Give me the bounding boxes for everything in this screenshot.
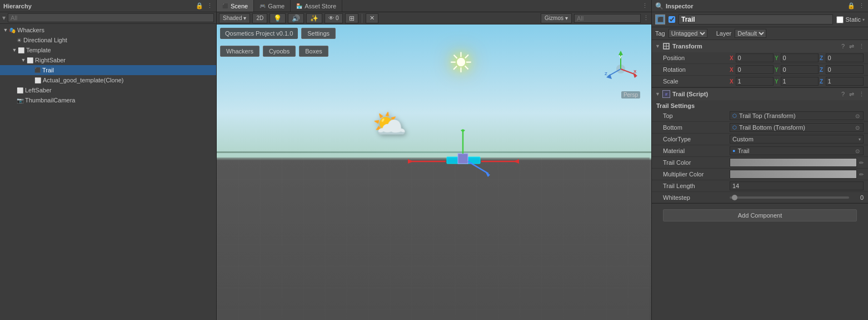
add-component-button[interactable]: Add Component [663,209,857,221]
position-x-input[interactable] [736,53,774,62]
scene-viewport[interactable]: Qosmetics Project v0.1.0 Settings Whacke… [217,24,651,320]
move-tool-btn[interactable]: ✕ [366,13,378,23]
transform-edit-icon[interactable]: ⇌ [849,43,854,50]
static-checkbox[interactable] [836,16,844,23]
color-type-row: ColorType Custom ▾ [652,134,868,145]
gameobject-name-input[interactable] [679,14,833,24]
position-y-field: Y [775,53,819,62]
multiplier-color-picker-btn[interactable]: ✏ [859,171,864,178]
lock-icon[interactable]: 🔒 [196,2,203,9]
trail-script-title: Trail (Script) [672,91,839,97]
hierarchy-item-actual-good-template[interactable]: ⬜ Actual_good_template(Clone) [0,75,216,85]
trail-script-edit-icon[interactable]: ⇌ [849,91,854,98]
bottom-row: Bottom ⬡ Trail Bottom (Transform) ⊙ [652,122,868,134]
trail-script-header[interactable]: ▼ # Trail (Script) ? ⇌ ⋮ [652,88,868,100]
whitestep-value: 0 [730,194,864,201]
hierarchy-item-left-saber[interactable]: ⬜ LeftSaber [0,85,216,95]
position-z-input[interactable] [826,53,864,62]
y-label-pos: Y [775,55,780,61]
asset-store-tab-icon: 🏪 [296,3,302,9]
multiplier-color-swatch[interactable] [730,170,857,179]
boxes-btn[interactable]: Boxes [299,46,328,57]
add-icon[interactable]: ▾ [2,14,6,22]
twod-toggle[interactable]: 2D [252,13,267,23]
whitestep-slider-thumb[interactable] [732,195,737,200]
trail-color-picker-btn[interactable]: ✏ [859,160,864,166]
trail-script-actions: ? ⇌ ⋮ [841,91,865,98]
hierarchy-item-right-saber[interactable]: ▼ ⬜ RightSaber [0,55,216,65]
color-type-label: ColorType [663,136,730,142]
saber-transform [408,129,519,196]
color-type-text: Custom [732,136,859,142]
hidden-layers-btn[interactable]: 👁 0 [325,13,342,23]
scale-x-input[interactable] [736,77,774,86]
position-row: Position X Y Z [652,52,868,64]
gameobject-active-checkbox[interactable] [669,16,675,23]
hierarchy-item-thumbnail-camera[interactable]: 📷 ThumbnailCamera [0,95,216,105]
hierarchy-item-template[interactable]: ▼ ⬜ Template [0,45,216,55]
top-object-ref[interactable]: ⬡ Trail Top (Transform) ⊙ [730,111,864,120]
trail-color-swatch[interactable] [730,158,857,167]
trail-length-input[interactable] [730,181,864,190]
menu-icon[interactable]: ⋮ [207,2,213,9]
audio-toggle-btn[interactable]: 🔊 [288,13,304,23]
rotation-z-input[interactable] [826,65,864,74]
svg-marker-19 [461,129,465,132]
transform-more-icon[interactable]: ⋮ [859,43,865,50]
static-arrow[interactable]: ▾ [862,17,865,22]
position-y-input[interactable] [781,53,819,62]
label-directional-light: Directional Light [23,37,67,43]
inspector-header-icons: 🔒 ⋮ [847,2,865,9]
material-object-ref[interactable]: ● Trail ⊙ [730,146,864,155]
hierarchy-item-trail[interactable]: ⬛ Trail [0,65,216,75]
transform-help-icon[interactable]: ? [841,43,845,50]
label-whackers: Whackers [17,27,44,33]
label-right-saber: RightSaber [35,57,66,63]
scene-tab-more-icon[interactable]: ⋮ [638,2,651,9]
color-type-dropdown[interactable]: Custom ▾ [730,135,864,144]
scale-y-input[interactable] [781,77,819,86]
gizmos-dropdown[interactable]: Gizmos ▾ [541,13,572,23]
bottom-ref-pick-btn[interactable]: ⊙ [854,125,861,131]
scene-search-input[interactable] [574,14,641,23]
tag-select[interactable]: Untagged [669,29,707,38]
grid-toggle-btn[interactable]: ⊞ [345,13,358,23]
layer-select[interactable]: Default [735,29,766,38]
multiplier-color-row: Multiplier Color ✏ [652,169,868,180]
effects-toggle-btn[interactable]: ✨ [306,13,322,23]
inspector-menu-icon[interactable]: ⋮ [859,2,865,9]
rotation-x-input[interactable] [736,65,774,74]
icon-dir-light: ☀ [17,37,22,43]
top-ref-pick-btn[interactable]: ⊙ [854,113,861,119]
icon-left-saber: ⬜ [17,87,23,93]
hierarchy-search-input[interactable] [8,13,214,22]
tab-game[interactable]: 🎮 Game [254,0,291,12]
settings-btn[interactable]: Settings [301,28,336,39]
cyoobs-btn[interactable]: Cyoobs [263,46,296,57]
trail-script-component: ▼ # Trail (Script) ? ⇌ ⋮ Trail Settings … [652,88,868,204]
icon-trail: ⬛ [34,67,41,73]
scale-z-input[interactable] [826,77,864,86]
tag-layer-row: Tag Untagged Layer Default [652,27,868,40]
tab-scene[interactable]: ⬛ Scene [217,0,254,12]
hierarchy-item-whackers[interactable]: ▼ 🎭 Whackers [0,25,216,35]
hierarchy-item-directional-light[interactable]: ☀ Directional Light [0,35,216,45]
svg-text:Y: Y [619,55,622,60]
tab-asset-store[interactable]: 🏪 Asset Store [291,0,342,12]
transform-header[interactable]: ▼ Transform ? ⇌ ⋮ [652,40,868,52]
game-tab-icon: 🎮 [260,3,266,9]
gizmos-label: Gizmos [545,15,563,21]
whackers-btn[interactable]: Whackers [220,46,260,57]
bottom-object-ref[interactable]: ⬡ Trail Bottom (Transform) ⊙ [730,123,864,132]
rotation-y-input[interactable] [781,65,819,74]
material-ref-pick-btn[interactable]: ⊙ [854,148,861,154]
whitestep-slider-track[interactable] [730,196,849,199]
light-toggle-btn[interactable]: 💡 [270,13,286,23]
scene-more-icon[interactable]: ⋮ [643,14,649,22]
trail-length-label: Trail Length [663,183,730,189]
inspector-lock-icon[interactable]: 🔒 [847,2,855,9]
trail-script-more-icon[interactable]: ⋮ [859,91,865,98]
shading-dropdown[interactable]: Shaded ▾ [219,13,250,23]
trail-color-row: Trail Color ✏ [652,157,868,169]
trail-script-help-icon[interactable]: ? [841,91,845,98]
